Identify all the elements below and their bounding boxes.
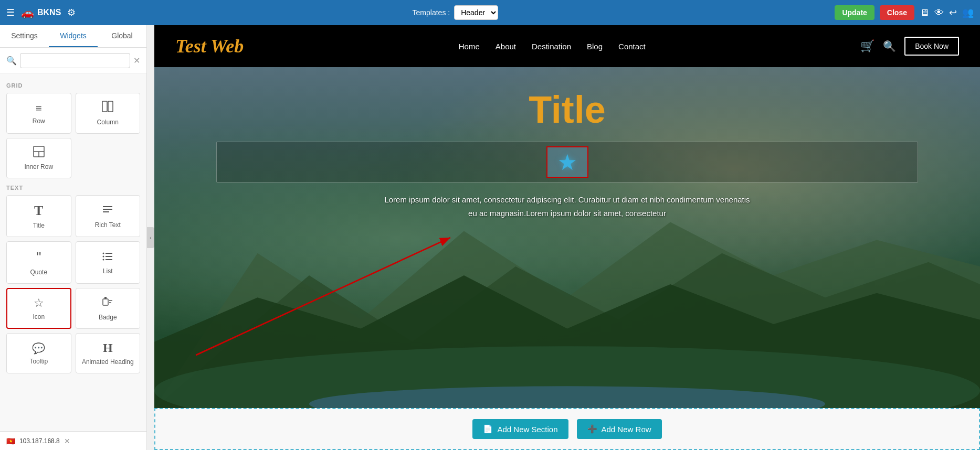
icon-widget-icon: ☆: [34, 296, 44, 310]
inner-row-icon: [33, 146, 45, 160]
widget-list-label: List: [103, 267, 113, 275]
grid-section-label: GRID: [0, 78, 146, 91]
website-preview: Test Web Home About Destination Blog Con…: [154, 25, 980, 450]
bottom-bar: 🇻🇳 103.187.168.8 ✕: [0, 431, 146, 450]
nav-blog[interactable]: Blog: [587, 42, 603, 51]
ip-address: 103.187.168.8: [19, 437, 60, 445]
grid-widget-grid: ≡ Row Column Inner Row: [0, 91, 146, 180]
hero-icon-row: ★: [216, 142, 918, 183]
desktop-icon[interactable]: 🖥: [920, 7, 929, 18]
top-bar-left: ☰ 🚗 BKNS ⚙: [6, 6, 76, 19]
template-select[interactable]: Header Footer Page: [454, 5, 498, 20]
search-bar: 🔍 ✕: [0, 48, 146, 74]
widget-icon-label: Icon: [33, 313, 45, 320]
widget-badge-label: Badge: [99, 314, 117, 321]
search-nav-icon[interactable]: 🔍: [883, 40, 896, 52]
nav-actions: 🛒 🔍 Book Now: [860, 37, 959, 56]
widget-inner-row[interactable]: Inner Row: [6, 138, 71, 178]
badge-icon: [102, 296, 113, 310]
svg-point-8: [103, 253, 104, 254]
content-area: Test Web Home About Destination Blog Con…: [154, 25, 980, 450]
site-logo: Test Web: [175, 35, 244, 57]
search-icon: 🔍: [6, 56, 17, 66]
widget-inner-row-label: Inner Row: [24, 163, 53, 170]
templates-label: Templates :: [413, 8, 450, 17]
nav-links: Home About Destination Blog Contact: [459, 42, 646, 51]
site-nav: Test Web Home About Destination Blog Con…: [154, 25, 980, 67]
widget-list[interactable]: List: [76, 241, 141, 284]
add-section-doc-icon: 📄: [483, 424, 493, 434]
text-section-label: TEXT: [0, 180, 146, 193]
hero-title: Title: [529, 88, 606, 131]
logo-icon: 🚗: [21, 6, 34, 19]
collapse-handle[interactable]: ‹: [147, 227, 154, 248]
add-row-button[interactable]: ➕ Add New Row: [577, 419, 662, 439]
book-now-button[interactable]: Book Now: [904, 37, 959, 56]
tab-global[interactable]: Global: [98, 25, 146, 47]
widget-tooltip[interactable]: 💬 Tooltip: [6, 333, 71, 373]
widget-tooltip-label: Tooltip: [29, 358, 48, 365]
widget-quote-label: Quote: [30, 269, 47, 276]
svg-point-10: [103, 256, 104, 258]
widget-title-label: Title: [33, 222, 45, 229]
widget-animated-heading-label: Animated Heading: [82, 358, 134, 366]
widget-row-label: Row: [33, 117, 45, 125]
hero-star-icon: ★: [557, 149, 577, 175]
widget-badge[interactable]: Badge: [76, 288, 141, 329]
text-widget-grid: T Title Rich Text " Quote: [0, 193, 146, 376]
widget-list: GRID ≡ Row Column Inner Row: [0, 74, 146, 431]
widget-row[interactable]: ≡ Row: [6, 93, 71, 134]
widget-icon[interactable]: ☆ Icon: [6, 288, 71, 329]
tab-widgets[interactable]: Widgets: [49, 25, 98, 47]
column-icon: [102, 101, 113, 115]
panel-tabs: Settings Widgets Global: [0, 25, 146, 48]
hero-content: Title ★ Lorem ipsum dolor sit amet, cons…: [154, 67, 980, 220]
list-icon: [102, 250, 113, 264]
tab-settings[interactable]: Settings: [0, 25, 49, 47]
gear-icon[interactable]: ⚙: [67, 7, 76, 18]
row-icon: ≡: [36, 102, 42, 114]
add-section-bar: 📄 Add New Section ➕ Add New Row: [154, 408, 980, 450]
flag-icon: 🇻🇳: [6, 437, 15, 445]
svg-rect-0: [102, 101, 107, 112]
widget-title[interactable]: T Title: [6, 195, 71, 237]
nav-contact[interactable]: Contact: [618, 42, 646, 51]
undo-icon[interactable]: ↩: [949, 7, 957, 18]
widget-animated-heading[interactable]: H Animated Heading: [76, 333, 141, 373]
widget-rich-text[interactable]: Rich Text: [76, 195, 141, 237]
animated-heading-icon: H: [103, 341, 113, 355]
ip-close-icon[interactable]: ✕: [64, 437, 70, 445]
update-button[interactable]: Update: [835, 5, 874, 20]
widget-quote[interactable]: " Quote: [6, 241, 71, 284]
rich-text-icon: [102, 204, 113, 218]
left-panel: Settings Widgets Global 🔍 ✕ GRID ≡ Row: [0, 25, 147, 450]
add-row-plus-icon: ➕: [587, 424, 597, 434]
clear-search-icon[interactable]: ✕: [133, 56, 140, 66]
nav-destination[interactable]: Destination: [532, 42, 571, 51]
top-bar-right: Update Close 🖥 👁 ↩ 👥: [835, 5, 974, 20]
widget-rich-text-label: Rich Text: [95, 221, 121, 229]
search-input[interactable]: [20, 53, 130, 68]
nav-home[interactable]: Home: [459, 42, 480, 51]
close-button[interactable]: Close: [880, 5, 914, 20]
title-icon: T: [34, 203, 43, 219]
logo-text: BKNS: [37, 8, 61, 17]
widget-column-label: Column: [97, 119, 119, 126]
tooltip-icon: 💬: [32, 342, 45, 355]
eye-icon[interactable]: 👁: [934, 7, 944, 18]
svg-rect-15: [104, 297, 107, 299]
widget-column[interactable]: Column: [76, 93, 141, 134]
hero-description: Lorem ipsum dolor sit amet, consectetur …: [384, 193, 751, 220]
quote-icon: ": [36, 249, 41, 265]
logo-area: 🚗 BKNS: [21, 6, 61, 19]
add-section-button[interactable]: 📄 Add New Section: [472, 419, 568, 439]
hamburger-icon[interactable]: ☰: [6, 7, 15, 18]
svg-point-12: [103, 259, 104, 261]
top-bar-center: Templates : Header Footer Page: [413, 5, 499, 20]
hero-icon-selected: ★: [546, 146, 588, 178]
users-icon[interactable]: 👥: [962, 7, 974, 18]
nav-about[interactable]: About: [496, 42, 516, 51]
cart-icon[interactable]: 🛒: [860, 39, 874, 53]
svg-rect-14: [103, 299, 108, 305]
main-layout: Settings Widgets Global 🔍 ✕ GRID ≡ Row: [0, 25, 980, 450]
